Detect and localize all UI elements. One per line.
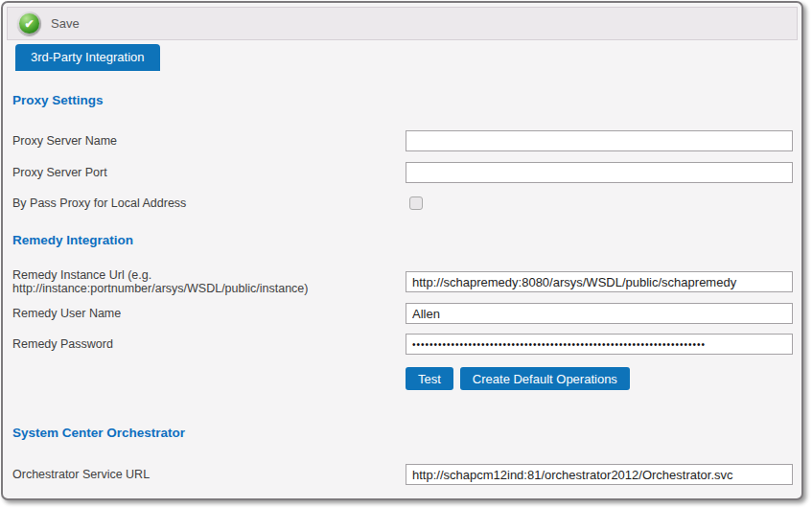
remedy-user-name-label: Remedy User Name — [12, 307, 406, 320]
remedy-user-name-input[interactable] — [406, 303, 793, 324]
proxy-server-port-row: Proxy Server Port — [12, 161, 793, 184]
remedy-actions: Test Create Default Operations — [406, 367, 630, 390]
toolbar: ✔ Save — [7, 7, 798, 40]
remedy-instance-url-input[interactable] — [406, 271, 793, 292]
remedy-instance-url-row: Remedy Instance Url (e.g. http://instanc… — [12, 270, 793, 293]
remedy-user-name-row: Remedy User Name — [12, 302, 793, 325]
save-button[interactable]: ✔ Save — [17, 12, 80, 35]
settings-window: ✔ Save 3rd-Party Integration Proxy Setti… — [1, 1, 803, 500]
remedy-password-label: Remedy Password — [12, 337, 406, 351]
create-default-operations-button[interactable]: Create Default Operations — [460, 367, 630, 390]
remedy-password-input[interactable] — [406, 334, 793, 355]
screenshot-stage: ✔ Save 3rd-Party Integration Proxy Setti… — [0, 0, 812, 508]
bypass-proxy-label: By Pass Proxy for Local Address — [12, 196, 406, 210]
remedy-password-row: Remedy Password — [12, 333, 793, 356]
tab-3rd-party-integration[interactable]: 3rd-Party Integration — [15, 44, 160, 71]
system-center-orchestrator-heading: System Center Orchestrator — [12, 426, 185, 440]
orchestrator-service-url-label: Orchestrator Service URL — [12, 468, 406, 481]
bypass-proxy-row: By Pass Proxy for Local Address — [12, 192, 793, 215]
orchestrator-service-url-input[interactable] — [406, 464, 793, 485]
remedy-instance-url-label: Remedy Instance Url (e.g. http://instanc… — [12, 268, 406, 295]
proxy-settings-heading: Proxy Settings — [12, 93, 104, 107]
proxy-server-port-label: Proxy Server Port — [12, 166, 406, 179]
test-button[interactable]: Test — [406, 367, 453, 390]
save-check-circle-icon: ✔ — [17, 12, 41, 35]
save-check-icon: ✔ — [19, 13, 39, 34]
bypass-proxy-checkbox[interactable] — [409, 196, 423, 210]
proxy-server-name-label: Proxy Server Name — [12, 134, 406, 148]
proxy-server-name-input[interactable] — [406, 130, 793, 151]
proxy-server-port-input[interactable] — [406, 162, 793, 183]
remedy-integration-heading: Remedy Integration — [12, 233, 133, 247]
save-button-label: Save — [51, 16, 80, 31]
orchestrator-service-url-row: Orchestrator Service URL — [12, 463, 793, 486]
proxy-server-name-row: Proxy Server Name — [12, 129, 793, 152]
